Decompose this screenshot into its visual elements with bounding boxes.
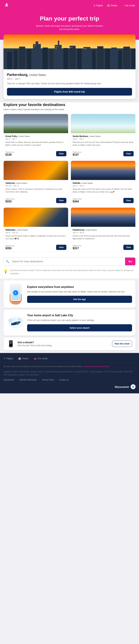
dest-city-3: Gillette, United States bbox=[73, 182, 134, 184]
explore-subtitle: Here's where other hopeful travelers are… bbox=[3, 108, 136, 111]
svg-rect-34 bbox=[86, 48, 86, 49]
dest-dates-5: Jun 3 – Jun 9 bbox=[73, 232, 134, 234]
footer-flights-label: Flights bbox=[6, 357, 13, 360]
dest-image-5 bbox=[71, 208, 135, 227]
footer-bottom: Skyscanner bbox=[3, 384, 136, 389]
footer-car-link[interactable]: 🚗 Car rental bbox=[34, 357, 47, 360]
dest-price-label-2: Flights from bbox=[5, 198, 14, 200]
footer-preferences-link[interactable]: Edit My Preferences bbox=[19, 379, 37, 381]
footer-change-airport-link[interactable]: Change your home airport here. bbox=[83, 365, 110, 368]
hotels-nav-link[interactable]: 🏨 Hotels bbox=[107, 4, 117, 7]
feedback-text: Got a minute? Don't be shy! Tell us how … bbox=[17, 341, 109, 347]
dest-city-5: Hawthorne, United States bbox=[73, 228, 134, 231]
feedback-title: Got a minute? bbox=[17, 341, 109, 344]
select-airport-button[interactable]: Select your airport bbox=[27, 324, 132, 332]
footer-flights-link[interactable]: ✈ Flights bbox=[3, 357, 13, 360]
footer-privacy-link[interactable]: Privacy Policy bbox=[42, 379, 54, 381]
footer-hotels-link[interactable]: 🏨 Hotels bbox=[18, 357, 28, 360]
svg-rect-14 bbox=[63, 48, 68, 69]
search-icon: 🔍 bbox=[4, 258, 11, 265]
svg-rect-19 bbox=[97, 46, 103, 69]
logo bbox=[4, 2, 9, 8]
featured-city-dates: Jun 1 – Jun 7 bbox=[7, 78, 132, 80]
footer-contact-link[interactable]: Contact us bbox=[59, 379, 69, 381]
dest-price-3: $344 bbox=[73, 200, 82, 203]
dest-city-1: Santa Barbara, United States bbox=[73, 135, 134, 138]
svg-rect-32 bbox=[72, 47, 72, 48]
get-app-button[interactable]: Get the app bbox=[27, 296, 132, 303]
dest-card-2: Valdosta, United States Jun 14 – Jun 17 … bbox=[3, 161, 68, 205]
svg-rect-26 bbox=[35, 45, 36, 46]
explore-title: Explore your favorite destinations bbox=[3, 102, 136, 107]
svg-rect-10 bbox=[43, 48, 48, 69]
search-bar-container: 🔍 Go bbox=[3, 258, 136, 266]
rate-email-button[interactable]: Rate this email bbox=[112, 340, 132, 347]
hotels-nav-label: Hotels bbox=[111, 4, 117, 7]
hero-title: Plan your perfect trip bbox=[5, 15, 134, 22]
svg-rect-24 bbox=[131, 49, 136, 69]
svg-rect-13 bbox=[58, 40, 59, 46]
car-rental-nav-label: Car rental bbox=[125, 4, 135, 7]
footer-hotels-label: Hotels bbox=[22, 357, 28, 360]
dest-view-btn-4[interactable]: View bbox=[56, 245, 66, 250]
featured-city-image bbox=[3, 34, 136, 69]
footer-note: We don't have a home airport on record f… bbox=[3, 365, 136, 368]
promo-airport-content: Your home airport is Salt Lake City If t… bbox=[27, 314, 132, 332]
car-rental-nav-link[interactable]: 🚗 Car rental bbox=[121, 4, 135, 7]
dest-dates-4: Jun 6 – Jun 13 bbox=[5, 232, 66, 234]
dest-price-0: $128 bbox=[5, 153, 14, 156]
skyscanner-logo-icon bbox=[131, 384, 136, 389]
dest-view-btn-0[interactable]: View bbox=[56, 151, 66, 156]
svg-rect-30 bbox=[56, 48, 56, 49]
svg-rect-8 bbox=[33, 44, 41, 69]
promo-app-title: Explore everywhere from anywhere bbox=[27, 285, 132, 289]
footer-nav: ✈ Flights 🏨 Hotels 🚗 Car rental bbox=[3, 357, 136, 360]
flights-icon: ✈ bbox=[94, 4, 95, 7]
dest-desc-1: Planned your next trip yet? Into Santa B… bbox=[73, 141, 134, 150]
svg-rect-31 bbox=[70, 47, 71, 48]
dest-dates-3: Jun 3 – Jun 9 bbox=[73, 185, 134, 187]
svg-rect-21 bbox=[111, 48, 117, 69]
dest-price-label-4: Flights from bbox=[5, 245, 14, 247]
skyscanner-logo-text: Skyscanner bbox=[115, 385, 129, 388]
plane-illustration bbox=[7, 316, 24, 330]
flights-nav-link[interactable]: ✈ Flights bbox=[94, 4, 103, 7]
dest-price-1: $147 bbox=[73, 153, 82, 156]
featured-city-info: Parkersburg, United States Jun 1 – Jun 7… bbox=[3, 69, 136, 99]
svg-rect-22 bbox=[118, 50, 122, 69]
dest-card-4: Stillwater, United States Jun 6 – Jun 13… bbox=[3, 208, 68, 252]
dest-desc-3: Swap the same old for the sights and sou… bbox=[73, 188, 134, 196]
dest-view-btn-2[interactable]: View bbox=[56, 198, 66, 203]
dest-image-0 bbox=[4, 114, 68, 133]
phone-illustration: ➤ bbox=[7, 284, 24, 304]
info-note: 💡 How did we find these deals? They're s… bbox=[0, 268, 139, 278]
feedback-icon: 📱 bbox=[7, 340, 15, 348]
search-input[interactable] bbox=[11, 258, 125, 265]
footer-unsubscribe-link[interactable]: Unsubscribe bbox=[3, 379, 14, 381]
search-go-button[interactable]: Go bbox=[125, 258, 135, 265]
dest-price-4: $355 bbox=[5, 247, 14, 250]
dest-city-0: Great Falls, United States bbox=[5, 135, 66, 138]
dest-view-btn-3[interactable]: View bbox=[123, 198, 134, 203]
dest-view-btn-5[interactable]: View bbox=[123, 245, 134, 250]
svg-rect-29 bbox=[57, 46, 58, 47]
featured-city-card: Parkersburg, United States Jun 1 – Jun 7… bbox=[3, 34, 136, 99]
dest-card-0: Great Falls, United States Jun 1 – Jun 7… bbox=[3, 114, 68, 158]
svg-rect-33 bbox=[84, 48, 85, 49]
info-icon: 💡 bbox=[3, 269, 8, 274]
dest-view-btn-1[interactable]: View bbox=[123, 151, 134, 156]
featured-city-cta[interactable]: Flights from $49 round trip bbox=[7, 88, 132, 96]
svg-rect-6 bbox=[19, 47, 25, 69]
promo-app-card: ➤ Explore everywhere from anywhere Get s… bbox=[3, 280, 136, 308]
dest-desc-4: Check out the latest deals on flights to… bbox=[5, 234, 66, 243]
dest-image-2 bbox=[4, 161, 68, 180]
dest-desc-2: Food. Culture. Time to reconnect, discon… bbox=[5, 188, 66, 196]
dest-card-3: Gillette, United States Jun 3 – Jun 9 Sw… bbox=[71, 161, 136, 205]
feedback-desc: Don't be shy! Tell us how we're doing. bbox=[17, 344, 109, 347]
dest-card-5: Hawthorne, United States Jun 3 – Jun 9 C… bbox=[71, 208, 136, 252]
svg-point-2 bbox=[5, 6, 8, 7]
svg-rect-16 bbox=[77, 49, 82, 69]
promo-app-content: Explore everywhere from anywhere Get str… bbox=[27, 285, 132, 303]
dest-price-label-0: Flights from bbox=[5, 151, 14, 153]
dest-dates-1: Jun 3 – Jun 7 bbox=[73, 138, 134, 140]
